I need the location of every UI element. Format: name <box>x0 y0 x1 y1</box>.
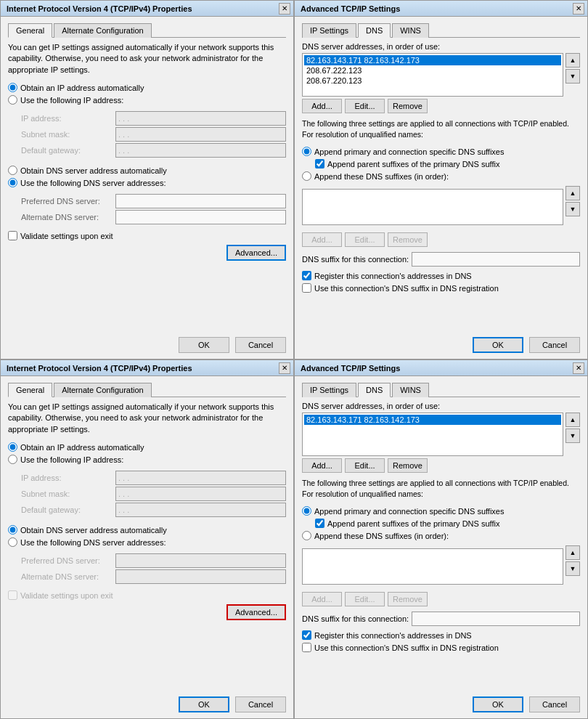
dns-item-0-tr[interactable]: 82.163.143.171 82.163.142.173 <box>304 55 561 65</box>
dns-suffix-down-br[interactable]: ▼ <box>565 561 580 576</box>
dns-remove-button-tr[interactable]: Remove <box>388 99 428 113</box>
ok-button-tr[interactable]: OK <box>473 337 523 353</box>
dns-item-1-tr[interactable]: 208.67.222.123 <box>304 65 561 76</box>
dns-suffix-up-tr[interactable]: ▲ <box>565 186 580 200</box>
dns-suffix-edit-tr[interactable]: Edit... <box>345 232 385 247</box>
dns-add-button-br[interactable]: Add... <box>302 458 342 473</box>
top-right-tabs: IP Settings DNS WINS <box>302 23 580 38</box>
bottom-left-tabs: General Alternate Configuration <box>8 382 286 397</box>
append-these-radio-tr[interactable]: Append these DNS suffixes (in order): <box>302 171 580 181</box>
use-dns-radio-tl[interactable]: Use the following DNS server addresses: <box>8 178 286 187</box>
bottom-left-close-button[interactable]: ✕ <box>279 362 290 374</box>
tab-dns-br[interactable]: DNS <box>358 383 391 397</box>
dns-suffix-remove-br[interactable]: Remove <box>388 592 428 606</box>
ok-button-bl[interactable]: OK <box>179 696 229 712</box>
tab-wins-br[interactable]: WINS <box>392 383 429 397</box>
dns-suffix-arrow-col-br: ▲ ▼ <box>565 545 580 576</box>
tab-general-bl[interactable]: General <box>8 383 52 397</box>
validate-label-bl: Validate settings upon exit <box>20 591 113 600</box>
obtain-auto-label-bl: Obtain an IP address automatically <box>20 443 144 452</box>
tab-alternate-tl[interactable]: Alternate Configuration <box>54 23 152 38</box>
dns-suffix-remove-tr[interactable]: Remove <box>388 232 428 247</box>
dns-down-arrow-br[interactable]: ▼ <box>565 428 580 443</box>
validate-row-bl: Validate settings upon exit <box>8 590 286 600</box>
obtain-auto-radio-tl[interactable]: Obtain an IP address automatically <box>8 83 286 92</box>
tab-wins-tr[interactable]: WINS <box>392 23 429 38</box>
dns-add-button-tr[interactable]: Add... <box>302 99 342 113</box>
dns-suffix-up-br[interactable]: ▲ <box>565 545 580 560</box>
bottom-right-window: Advanced TCP/IP Settings ✕ IP Settings D… <box>294 360 588 719</box>
bottom-buttons-tr: OK Cancel <box>302 331 580 353</box>
tab-general-tl[interactable]: General <box>8 23 52 38</box>
cancel-button-tr[interactable]: Cancel <box>529 337 580 353</box>
three-settings-desc-br: The following three settings are applied… <box>302 478 580 499</box>
obtain-dns-radio-bl[interactable]: Obtain DNS server address automatically <box>8 525 286 535</box>
dns-fields-tl: Preferred DNS server: 208 . 67 . 222 . 1… <box>21 192 286 226</box>
obtain-auto-label-tl: Obtain an IP address automatically <box>20 84 144 92</box>
dns-register-group-tr: Register this connection's addresses in … <box>302 271 580 293</box>
append-these-label-tr: Append these DNS suffixes (in order): <box>314 172 449 181</box>
dns-suffix-add-tr[interactable]: Add... <box>302 232 342 247</box>
dns-suffix-list-row-tr: ▲ ▼ <box>302 186 580 228</box>
use-dns-label-tl: Use the following DNS server addresses: <box>20 179 166 187</box>
validate-checkbox-bl[interactable] <box>8 590 17 600</box>
append-these-radio-br[interactable]: Append these DNS suffixes (in order): <box>302 531 580 540</box>
bottom-left-desc: You can get IP settings assigned automat… <box>8 402 286 435</box>
top-right-window: Advanced TCP/IP Settings ✕ IP Settings D… <box>294 0 588 360</box>
append-parent-check-br[interactable]: Append parent suffixes of the primary DN… <box>302 519 580 528</box>
dns-suffix-add-br[interactable]: Add... <box>302 592 342 606</box>
dns-suffix-listbox-tr[interactable] <box>302 189 563 225</box>
dns-up-arrow-br[interactable]: ▲ <box>565 413 580 427</box>
preferred-dns-input-bl <box>115 553 286 568</box>
tab-dns-tr[interactable]: DNS <box>358 23 391 38</box>
dns-edit-button-br[interactable]: Edit... <box>345 458 385 473</box>
dns-down-arrow-tr[interactable]: ▼ <box>565 69 580 84</box>
use-dns-radio-bl[interactable]: Use the following DNS server addresses: <box>8 537 286 547</box>
dns-item-2-tr[interactable]: 208.67.220.123 <box>304 76 561 86</box>
cancel-button-tl[interactable]: Cancel <box>235 337 286 353</box>
register-dns-check-br[interactable]: Register this connection's addresses in … <box>302 630 580 640</box>
alternate-dns-input-tl[interactable]: 208 . 67 . 220 . 123 <box>115 210 286 224</box>
append-primary-radio-br[interactable]: Append primary and connection specific D… <box>302 506 580 516</box>
dns-remove-button-br[interactable]: Remove <box>388 458 428 473</box>
gateway-input-tl <box>115 143 286 158</box>
use-following-radio-bl[interactable]: Use the following IP address: <box>8 455 286 464</box>
dns-suffix-down-tr[interactable]: ▼ <box>565 202 580 216</box>
top-left-close-button[interactable]: ✕ <box>279 3 290 15</box>
append-parent-label-br: Append parent suffixes of the primary DN… <box>327 519 499 528</box>
dns-suffix-connection-input-tr[interactable] <box>412 252 580 267</box>
cancel-button-br[interactable]: Cancel <box>529 696 580 712</box>
validate-checkbox-tl[interactable] <box>8 231 17 240</box>
register-dns-check-tr[interactable]: Register this connection's addresses in … <box>302 271 580 280</box>
dns-edit-button-tr[interactable]: Edit... <box>345 99 385 113</box>
ok-button-tl[interactable]: OK <box>179 337 229 353</box>
dns-up-arrow-tr[interactable]: ▲ <box>565 53 580 68</box>
preferred-dns-input-tl[interactable]: 208 . 67 . 222 . 123 <box>115 194 286 208</box>
top-right-title: Advanced TCP/IP Settings <box>301 4 400 13</box>
ok-button-br[interactable]: OK <box>473 696 523 712</box>
advanced-button-tl[interactable]: Advanced... <box>226 245 286 261</box>
append-parent-label-tr: Append parent suffixes of the primary DN… <box>327 160 499 168</box>
tab-ipsettings-br[interactable]: IP Settings <box>302 383 356 397</box>
cancel-button-bl[interactable]: Cancel <box>235 696 286 712</box>
use-dns-suffix-check-br[interactable]: Use this connection's DNS suffix in DNS … <box>302 643 580 652</box>
dns-suffix-connection-input-br[interactable] <box>412 612 580 626</box>
append-primary-radio-tr[interactable]: Append primary and connection specific D… <box>302 147 580 156</box>
append-parent-check-tr[interactable]: Append parent suffixes of the primary DN… <box>302 159 580 168</box>
advanced-button-bl[interactable]: Advanced... <box>226 604 286 620</box>
use-following-radio-tl[interactable]: Use the following IP address: <box>8 95 286 105</box>
append-these-label-br: Append these DNS suffixes (in order): <box>314 532 449 540</box>
bottom-right-close-button[interactable]: ✕ <box>573 362 584 374</box>
dns-suffix-edit-br[interactable]: Edit... <box>345 592 385 606</box>
obtain-dns-radio-tl[interactable]: Obtain DNS server address automatically <box>8 166 286 175</box>
use-dns-suffix-check-tr[interactable]: Use this connection's DNS suffix in DNS … <box>302 283 580 293</box>
dns-listbox-tr[interactable]: 82.163.143.171 82.163.142.173 208.67.222… <box>302 53 563 97</box>
dns-item-0-br[interactable]: 82.163.143.171 82.163.142.173 <box>304 415 561 425</box>
dns-suffix-listbox-br[interactable] <box>302 548 563 585</box>
tab-alternate-bl[interactable]: Alternate Configuration <box>54 383 152 397</box>
tab-ipsettings-tr[interactable]: IP Settings <box>302 23 356 38</box>
bottom-buttons-br: OK Cancel <box>302 691 580 712</box>
top-right-close-button[interactable]: ✕ <box>573 3 584 15</box>
dns-listbox-br[interactable]: 82.163.143.171 82.163.142.173 <box>302 413 563 456</box>
obtain-auto-radio-bl[interactable]: Obtain an IP address automatically <box>8 442 286 452</box>
